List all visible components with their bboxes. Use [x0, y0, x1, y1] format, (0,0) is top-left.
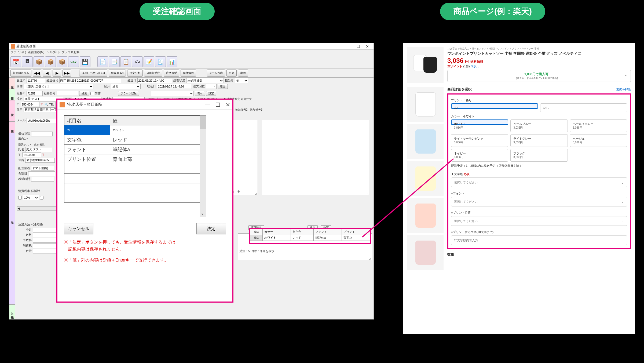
color-option-1[interactable]: ペールブルー3,036円: [510, 119, 568, 132]
zip-input[interactable]: [21, 102, 39, 107]
ship-name-input[interactable]: [25, 147, 52, 152]
thumbnail-4[interactable]: [407, 235, 444, 270]
kubun-select[interactable]: 通常: [111, 84, 141, 89]
color-option-7[interactable]: ブラック3,036円: [510, 149, 568, 162]
save-next-button[interactable]: 保存して次へ (F11): [79, 70, 107, 77]
delete-button[interactable]: 削除: [238, 70, 248, 77]
print-option-yes[interactable]: あり: [451, 103, 538, 109]
cancel-button[interactable]: キャンセル: [64, 223, 93, 234]
row-empty2-key[interactable]: [64, 174, 110, 183]
ship-fee-input[interactable]: [33, 233, 57, 237]
calendar-icon[interactable]: 📅: [10, 56, 21, 67]
row-empty1-val[interactable]: [110, 164, 200, 174]
last-button[interactable]: ▶▶: [63, 70, 71, 77]
printpos-select[interactable]: 選択してください: [451, 216, 627, 226]
dialog-scrollbar[interactable]: [200, 115, 206, 217]
customer-remarks-text[interactable]: [262, 120, 369, 195]
row-color-val[interactable]: ホワイト: [110, 125, 200, 135]
customer-no-input[interactable]: [57, 91, 78, 96]
warning-checkbox[interactable]: [90, 92, 94, 95]
tax-check[interactable]: [18, 196, 22, 199]
row-color-key[interactable]: カラー: [64, 125, 110, 135]
doc1-icon[interactable]: 📄: [97, 56, 108, 67]
csv-icon[interactable]: CSV: [68, 56, 79, 67]
color-option-2[interactable]: ペールイエロー3,036円: [570, 119, 627, 132]
h-scrollbar[interactable]: ◀: [17, 206, 62, 211]
side-tab-sendto[interactable]: 送付先: [9, 122, 15, 133]
row-empty4-val[interactable]: [110, 193, 200, 203]
back-button[interactable]: 前画面に戻る: [10, 70, 31, 77]
grid-edit-button[interactable]: 編集: [250, 235, 263, 241]
side-tab-customer[interactable]: 顧客情報: [9, 89, 15, 100]
thumbnail-3[interactable]: [407, 198, 444, 233]
tax-select[interactable]: 10%: [23, 195, 39, 200]
side-tab-order[interactable]: 受注: [9, 78, 15, 89]
order-no-input[interactable]: [59, 78, 121, 83]
status-select[interactable]: 未処理 (59): [186, 78, 224, 83]
menu-browser[interactable]: ブラウザ起動: [62, 50, 79, 54]
ship-addr-input[interactable]: [25, 158, 55, 163]
row-font-key[interactable]: フォント: [64, 145, 110, 154]
handling-input[interactable]: [33, 238, 57, 243]
show-button[interactable]: 表示: [195, 91, 205, 96]
package3-icon[interactable]: 📦: [57, 56, 67, 67]
blacklist-button[interactable]: ブラック登録: [118, 91, 139, 96]
points-detail-link[interactable]: 内訳: [471, 65, 477, 68]
zip-search2-icon[interactable]: 🔍: [45, 103, 48, 106]
row-empty3-val[interactable]: [110, 183, 200, 193]
tanto-select[interactable]: モ: [235, 78, 248, 83]
next-button[interactable]: ▶: [53, 70, 61, 77]
earliest-ship-input[interactable]: [31, 132, 53, 136]
color-option-0[interactable]: ホワイト3,036円: [451, 119, 508, 125]
doc5-icon[interactable]: 📝: [144, 56, 154, 67]
thumbnail-2[interactable]: [407, 161, 444, 196]
side-tab-payment[interactable]: お支払情報: [9, 304, 15, 319]
tax-check2[interactable]: [40, 196, 43, 199]
ship-zip-icon[interactable]: 〒: [42, 153, 45, 157]
ship-zip-input[interactable]: [22, 153, 41, 157]
wishtime-input[interactable]: [31, 177, 54, 182]
pre-split-button[interactable]: 分割前受注: [144, 70, 162, 77]
doc4-icon[interactable]: 🗂: [132, 56, 143, 67]
tax-total-input[interactable]: [33, 243, 57, 248]
font-select[interactable]: 選択してください: [451, 197, 627, 206]
side-tab-shipping[interactable]: 出荷先: [9, 100, 15, 122]
carrier-input[interactable]: [31, 166, 54, 171]
save-button[interactable]: 保存 (F12): [109, 70, 126, 77]
edit-button[interactable]: 編集: [79, 91, 89, 96]
thumbnail-1[interactable]: [407, 124, 444, 159]
close-icon[interactable]: ✕: [363, 43, 372, 49]
row-printpos-key[interactable]: プリント位置: [64, 154, 110, 164]
menu-screen[interactable]: 画面遷移(M): [28, 50, 45, 54]
menu-file[interactable]: ファイル(F): [10, 50, 26, 54]
row-textcolor-key[interactable]: 文字色: [64, 135, 110, 145]
customer-id-input[interactable]: [27, 91, 43, 96]
package2-icon[interactable]: 📦: [45, 56, 56, 67]
output-button[interactable]: 出力: [226, 70, 237, 77]
ok-button[interactable]: 決定: [196, 223, 226, 234]
color-option-6[interactable]: ネイビー3,036円: [451, 149, 508, 162]
menu-help[interactable]: ヘルプ(H): [47, 50, 60, 54]
order-date-input[interactable]: [137, 78, 172, 83]
row-textcolor-val[interactable]: レッド: [110, 135, 200, 145]
doc2-icon[interactable]: 📑: [109, 56, 120, 67]
first-button[interactable]: ◀◀: [33, 70, 41, 77]
print-option-no[interactable]: なし: [540, 103, 627, 112]
row-font-val[interactable]: 筆記体a: [110, 145, 200, 154]
kaisu-input[interactable]: [206, 84, 217, 89]
doc6-icon[interactable]: 🧾: [155, 56, 166, 67]
minimize-icon[interactable]: —: [345, 43, 354, 49]
row-empty4-key[interactable]: [64, 193, 110, 203]
thumbnail-0[interactable]: [407, 87, 444, 122]
textcolor-select[interactable]: 選択してください: [451, 177, 627, 187]
copy-order-button[interactable]: 注文複製: [164, 70, 179, 77]
maximize-icon[interactable]: ☐: [354, 43, 363, 49]
save-icon[interactable]: 💾: [80, 56, 90, 67]
settings-button[interactable]: 設定: [206, 91, 216, 96]
dialog-maximize-icon[interactable]: ☐: [215, 101, 220, 108]
subtotal-input[interactable]: [33, 227, 57, 232]
shop-select[interactable]: 【楽天_店舗です】: [24, 84, 93, 89]
promo-box[interactable]: 1,036円で購入可! (楽天カード入会&ポイント利用の場合): [447, 70, 631, 82]
points-chevron-icon[interactable]: ⌄: [477, 65, 480, 68]
unbundle-button[interactable]: 同梱解除: [181, 70, 196, 77]
